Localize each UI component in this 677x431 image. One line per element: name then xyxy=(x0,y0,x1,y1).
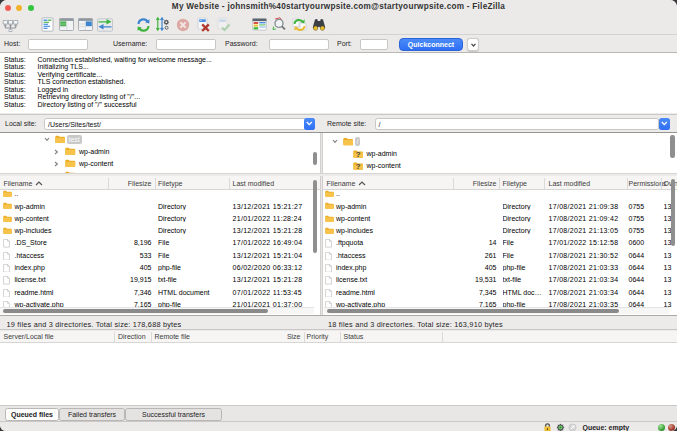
tab-successful-transfers[interactable]: Successful transfers xyxy=(125,408,222,421)
site-manager-icon[interactable] xyxy=(2,16,19,33)
expander-closed-icon[interactable] xyxy=(54,161,59,167)
column-divider[interactable] xyxy=(229,178,230,189)
directory-comparison-icon[interactable] xyxy=(291,16,308,33)
local-directory-tree[interactable]: testwp-adminwp-content xyxy=(0,133,320,173)
column-divider[interactable] xyxy=(108,178,109,189)
column-divider[interactable] xyxy=(304,332,305,343)
column-divider[interactable] xyxy=(627,178,628,189)
filter-settings-icon[interactable] xyxy=(154,16,171,33)
tree-item-wp-admin[interactable]: ?wp-admin xyxy=(323,148,677,160)
queue-column-status[interactable]: Status xyxy=(344,333,364,340)
queue-column-priority[interactable]: Priority xyxy=(307,333,329,340)
remote-treeview-icon[interactable] xyxy=(77,16,94,33)
file-row-.DS_Store[interactable]: .DS_Store8,196File17/01/2022 16:49:04 xyxy=(0,237,320,249)
tree-item-test[interactable]: test xyxy=(0,134,320,146)
tab-failed-transfers[interactable]: Failed transfers xyxy=(59,408,125,421)
local-list-vscrollbar[interactable] xyxy=(313,180,318,253)
queue-column-serverlocalfile[interactable]: Server/Local file xyxy=(4,333,54,340)
tree-item-wp-content[interactable]: wp-content xyxy=(0,158,320,170)
file-row-wp-includes[interactable]: wp-includesDirectory17/08/2021 21:13:050… xyxy=(323,225,677,237)
reconnect-icon[interactable] xyxy=(215,16,232,33)
column-divider[interactable] xyxy=(151,332,152,343)
file-row-wp-content[interactable]: wp-contentDirectory21/01/2022 11:28:24 xyxy=(0,213,320,225)
column-header-filetype[interactable]: Filetype xyxy=(158,180,183,187)
column-divider[interactable] xyxy=(442,332,443,343)
column-header-filesize[interactable]: Filesize xyxy=(128,180,152,187)
file-row-index.php[interactable]: index.php405php-file17/08/2021 21:03:330… xyxy=(323,262,677,274)
transfer-queue-view-icon[interactable] xyxy=(96,16,113,33)
cancel-operation-icon[interactable] xyxy=(174,16,191,33)
column-header-filesize[interactable]: Filesize xyxy=(473,180,497,187)
local-site-label: Local site: xyxy=(5,120,37,127)
file-row-..[interactable]: .. xyxy=(323,190,677,200)
file-row-readme.html[interactable]: readme.html7,345HTML document17/08/2021 … xyxy=(323,287,677,299)
file-row-.htaccess[interactable]: .htaccess533File13/12/2021 15:21:04 xyxy=(0,250,320,262)
tree-item-wp-admin[interactable]: wp-admin xyxy=(0,146,320,158)
column-divider[interactable] xyxy=(661,178,662,189)
quickconnect-dropdown-button[interactable] xyxy=(467,38,479,51)
column-header-lastmodified[interactable]: Last modified xyxy=(549,180,591,187)
remote-tree-scrollbar[interactable] xyxy=(670,135,675,158)
tab-queued-files[interactable]: Queued files xyxy=(5,408,59,421)
column-header-filetype[interactable]: Filetype xyxy=(503,180,528,187)
file-row-license.txt[interactable]: license.txt19,531txt-file17/08/2021 21:0… xyxy=(323,274,677,286)
remote-list-vscrollbar[interactable] xyxy=(671,179,676,246)
column-divider[interactable] xyxy=(499,178,500,189)
column-header-filename[interactable]: Filename xyxy=(327,180,356,187)
local-file-list[interactable]: ..wp-adminDirectory13/12/2021 15:21:27wp… xyxy=(0,190,320,315)
tree-item-wp-content[interactable]: ?wp-content xyxy=(323,160,677,172)
remote-file-list[interactable]: ..wp-adminDirectory17/08/2021 21:09:3807… xyxy=(323,190,677,315)
message-log[interactable]: Status:Connection established, waiting f… xyxy=(0,53,677,113)
queue-column-remotefile[interactable]: Remote file xyxy=(155,333,190,340)
column-divider[interactable] xyxy=(340,332,341,343)
column-divider[interactable] xyxy=(155,178,156,189)
column-header-lastmodified[interactable]: Last modified xyxy=(233,180,275,187)
file-row-wp-content[interactable]: wp-contentDirectory17/08/2021 21:09:4207… xyxy=(323,213,677,225)
local-list-hscrollbar[interactable] xyxy=(3,309,268,314)
file-row-index.php[interactable]: index.php405php-file06/02/2020 06:33:12 xyxy=(0,262,320,274)
file-row-.ftpquota[interactable]: .ftpquota14File17/01/2022 15:12:58060013 xyxy=(323,237,677,249)
log-line: Status:TLS connection established. xyxy=(0,78,677,85)
quickconnect-button[interactable]: Quickconnect xyxy=(399,38,463,51)
message-log-icon[interactable] xyxy=(39,16,56,33)
local-site-bar: Local site: /Users/Sites/test/ xyxy=(0,114,320,133)
queue-column-size[interactable]: Size xyxy=(241,333,301,340)
directory-listing-filters-icon[interactable] xyxy=(251,16,268,33)
file-row-wp-admin[interactable]: wp-adminDirectory17/08/2021 21:09:380755… xyxy=(323,200,677,212)
port-input[interactable] xyxy=(360,39,388,50)
expander-open-icon[interactable] xyxy=(44,137,50,142)
synchronized-browsing-icon[interactable] xyxy=(310,16,327,33)
username-input[interactable] xyxy=(156,39,216,50)
file-row-.htaccess[interactable]: .htaccess261File17/08/2021 21:30:5206441… xyxy=(323,250,677,262)
file-row-wp-admin[interactable]: wp-adminDirectory13/12/2021 15:21:27 xyxy=(0,200,320,212)
column-divider[interactable] xyxy=(544,178,545,189)
remote-list-hscrollbar[interactable] xyxy=(327,309,620,314)
remote-directory-tree[interactable]: /?wp-admin?wp-content? xyxy=(323,133,677,173)
column-divider[interactable] xyxy=(453,178,454,189)
local-site-dropdown-button[interactable] xyxy=(304,118,315,130)
file-row-wp-includes[interactable]: wp-includesDirectory13/12/2021 15:21:28 xyxy=(0,225,320,237)
local-site-path-combobox[interactable]: /Users/Sites/test/ xyxy=(44,118,315,130)
refresh-icon[interactable] xyxy=(135,16,152,33)
transfer-queue-list[interactable] xyxy=(0,343,677,405)
column-divider[interactable] xyxy=(114,332,115,343)
file-row-license.txt[interactable]: license.txt19,915txt-file13/12/2021 15:2… xyxy=(0,274,320,286)
filezilla-window: My Website - johnsmith%40startyourwpsite… xyxy=(0,0,677,431)
expander-open-icon[interactable] xyxy=(332,139,338,144)
tree-item-[interactable]: / xyxy=(323,136,677,148)
disconnect-icon[interactable] xyxy=(195,16,212,33)
queue-column-direction[interactable]: Direction xyxy=(118,333,146,340)
remote-site-dropdown-button[interactable] xyxy=(659,118,670,130)
column-header-filename[interactable]: Filename xyxy=(4,180,33,187)
file-row-..[interactable]: .. xyxy=(0,190,320,200)
file-row-readme.html[interactable]: readme.html7,346HTML document07/01/2022 … xyxy=(0,287,320,299)
chevron-down-icon xyxy=(661,121,668,126)
local-tree-scrollbar[interactable] xyxy=(313,152,318,165)
local-treeview-icon[interactable] xyxy=(58,16,75,33)
log-message: Verifying certificate... xyxy=(38,71,103,78)
host-input[interactable] xyxy=(28,39,88,50)
expander-closed-icon[interactable] xyxy=(54,149,59,155)
password-input[interactable] xyxy=(269,39,329,50)
remote-site-path-combobox[interactable]: / xyxy=(375,118,659,130)
find-files-icon[interactable] xyxy=(271,16,288,33)
